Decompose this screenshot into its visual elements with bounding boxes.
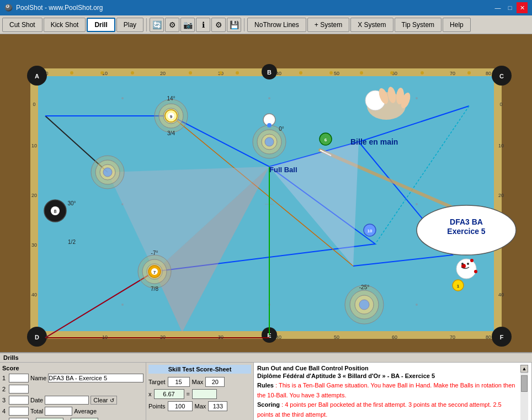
maximize-button[interactable]: □ [504, 2, 515, 13]
tip-system-button[interactable]: Tip System [395, 18, 442, 32]
points-max-input[interactable] [208, 401, 227, 411]
info-section: Run Out and Cue Ball Control Position Di… [254, 363, 532, 420]
svg-text:80: 80 [486, 71, 491, 76]
svg-text:A: A [35, 73, 39, 79]
svg-rect-4 [494, 68, 502, 339]
rules-text: : This is a Ten-Ball Game situation. You… [257, 382, 515, 398]
svg-point-75 [103, 168, 112, 177]
svg-text:-7°: -7° [151, 250, 158, 256]
svg-point-103 [267, 123, 272, 127]
info-scrollbar[interactable]: ▲ ▼ [520, 365, 528, 420]
clear-label: Clear [93, 397, 108, 403]
svg-rect-3 [30, 68, 38, 339]
total-label: Total [30, 408, 43, 414]
no-throw-button[interactable]: NoThrow Lines [247, 18, 306, 32]
svg-text:30: 30 [218, 334, 224, 340]
svg-point-40 [360, 71, 363, 75]
eq-skill-label: = [187, 391, 190, 397]
help-button[interactable]: Help [443, 18, 471, 32]
svg-text:40: 40 [498, 292, 504, 297]
scroll-thumb[interactable] [521, 375, 528, 392]
total-input[interactable] [45, 407, 72, 416]
cut-shot-button[interactable]: Cut Shot [2, 18, 42, 32]
svg-text:60: 60 [392, 334, 397, 340]
x-system-button[interactable]: X System [350, 18, 393, 32]
svg-text:-25°: -25° [359, 284, 369, 290]
svg-text:50: 50 [334, 334, 339, 340]
svg-point-38 [299, 71, 302, 75]
toolbar: Cut Shot Kick Shot Drill Play 🔄 ⚙ 📷 ℹ ⚙ … [0, 15, 532, 34]
eq-skill-result [192, 389, 217, 399]
pool-table-area: 0 10 20 30 40 50 60 70 80 0 10 20 30 40 … [0, 34, 532, 352]
svg-text:0: 0 [499, 102, 502, 107]
average-label: Average [74, 408, 97, 414]
svg-text:8: 8 [54, 209, 56, 214]
refresh-button[interactable]: 🔄 [150, 18, 164, 32]
score-row-5-box[interactable] [9, 418, 29, 420]
drills-header-text: Drills [3, 354, 19, 361]
score-row-4-box[interactable] [9, 407, 29, 416]
minimize-button[interactable]: — [492, 2, 503, 13]
info-button[interactable]: ℹ [196, 18, 210, 32]
scroll-up-button[interactable]: ▲ [520, 365, 528, 373]
pool-table-svg[interactable]: 0 10 20 30 40 50 60 70 80 0 10 20 30 40 … [0, 34, 532, 352]
svg-point-48 [416, 203, 418, 205]
svg-text:80: 80 [486, 334, 491, 340]
clear-button[interactable]: Clear ↺ [91, 396, 116, 405]
svg-text:DFA3 BA: DFA3 BA [450, 217, 483, 226]
svg-text:F: F [500, 334, 504, 341]
name-input[interactable] [48, 374, 143, 382]
score-label: Score [2, 365, 143, 371]
svg-text:10: 10 [368, 228, 373, 233]
svg-text:14°: 14° [167, 95, 175, 102]
svg-text:1/2: 1/2 [68, 239, 76, 245]
svg-point-41 [390, 71, 393, 75]
rules-label: Rules [257, 382, 274, 389]
svg-text:20: 20 [160, 334, 166, 340]
svg-point-46 [416, 97, 418, 99]
score-row-3-box[interactable] [9, 396, 29, 405]
svg-point-45 [268, 97, 270, 99]
drill-button[interactable]: Drill [87, 18, 115, 32]
info-subtitle: Diplôme Fédéral d'Aptitude 3 « Billard d… [257, 373, 518, 379]
svg-point-92 [359, 300, 369, 310]
svg-text:7: 7 [153, 270, 156, 275]
plus-system-button[interactable]: + System [307, 18, 349, 32]
svg-point-125 [467, 263, 469, 265]
save-button[interactable]: 💾 [227, 18, 241, 32]
svg-rect-1 [30, 68, 502, 339]
x-input[interactable] [36, 418, 63, 420]
settings-button[interactable]: ⚙ [165, 18, 179, 32]
svg-text:Bille en main: Bille en main [350, 137, 398, 146]
skill-header: Skill Test Score-Sheet [148, 365, 251, 374]
toolbar-separator-1 [146, 18, 147, 31]
svg-text:70: 70 [450, 71, 455, 76]
score-section: Score 1 2 3 [0, 363, 146, 420]
svg-point-42 [421, 71, 424, 75]
score-row-2-box[interactable] [9, 385, 29, 394]
score-row-1-box[interactable] [9, 374, 29, 382]
svg-text:0: 0 [45, 334, 48, 340]
drills-label: Drills [0, 353, 532, 363]
kick-shot-button[interactable]: Kick Shot [44, 18, 86, 32]
svg-text:Exercice 5: Exercice 5 [447, 227, 485, 236]
svg-text:Full Ball: Full Ball [269, 166, 297, 174]
gear-button[interactable]: ⚙ [211, 18, 226, 32]
score-row-2-num: 2 [2, 386, 8, 392]
target-input[interactable] [168, 377, 190, 387]
date-input[interactable] [45, 396, 89, 405]
close-button[interactable]: ✕ [517, 2, 528, 13]
app-icon: 🎱 [4, 4, 13, 12]
points-input[interactable] [168, 401, 193, 411]
points-max-label: Max [195, 403, 206, 410]
x-skill-input[interactable] [154, 389, 184, 399]
skill-test-section: Skill Test Score-Sheet Target Max x = Po… [146, 363, 254, 420]
svg-text:50: 50 [334, 71, 339, 76]
svg-text:40: 40 [276, 334, 281, 340]
camera-button[interactable]: 📷 [180, 18, 195, 32]
svg-text:10: 10 [31, 143, 37, 148]
max-input[interactable] [205, 377, 225, 387]
date-label: Date [30, 397, 43, 403]
play-button[interactable]: Play [116, 18, 143, 32]
svg-text:1: 1 [457, 284, 460, 289]
